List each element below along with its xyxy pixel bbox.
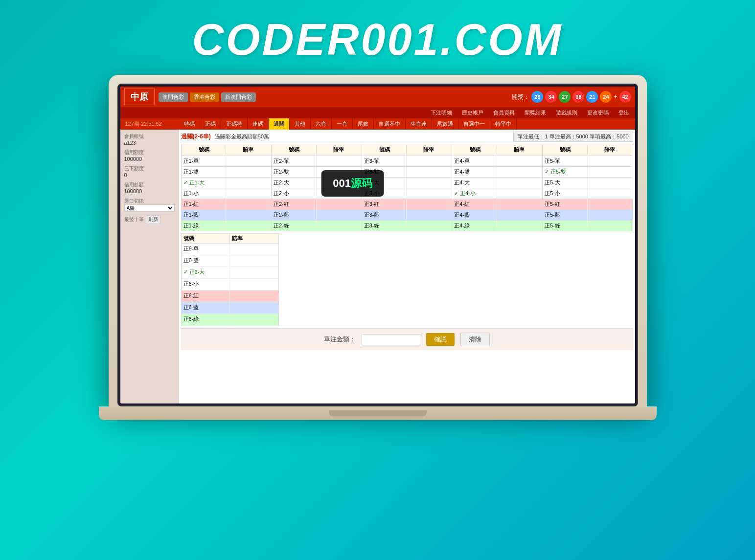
clear-button[interactable]: 清除 xyxy=(460,333,490,346)
nav-result[interactable]: 開獎結果 xyxy=(523,108,548,117)
app-logo: 中原 xyxy=(124,89,155,105)
bet-cell[interactable]: 正4-綠 xyxy=(452,221,543,231)
col6-row[interactable]: 正6-小 xyxy=(182,279,278,291)
desk-select[interactable]: A盤 B盤 xyxy=(124,204,175,212)
account-label: 會員帳號 xyxy=(124,133,175,140)
bet-cell[interactable]: 正5-小 xyxy=(542,188,633,199)
table-row: 正1-雙正2-雙正3-雙正4-雙✓ 正5-雙 xyxy=(181,167,633,178)
tab-bar: 澳門合彩 香港合彩 新澳門合彩 xyxy=(159,92,256,102)
overlay-green: 源码 xyxy=(351,177,372,189)
bet-cell[interactable]: ✓ 正5-雙 xyxy=(542,167,633,178)
col6-row[interactable]: 正6-單 xyxy=(182,244,278,255)
bet-cell[interactable]: 正2-藍 xyxy=(272,210,362,221)
col6-row[interactable]: 正6-紅 xyxy=(182,291,278,302)
bet-cell[interactable]: 正4-雙 xyxy=(452,167,543,178)
tab-special[interactable]: 特碼 xyxy=(179,118,200,130)
bet-cell[interactable]: 正2-紅 xyxy=(272,199,362,210)
content-header: 過關(2-6串) 過關彩金最高賠額50萬 單注最低：1 單注最高：5000 單項… xyxy=(181,132,633,142)
col6-row[interactable]: 正6-雙 xyxy=(182,255,278,267)
nav-history[interactable]: 歷史帳戶 xyxy=(460,108,485,117)
col6-row[interactable]: ✓ 正6-大 xyxy=(182,267,278,279)
bet-cell[interactable]: 正4-藍 xyxy=(452,210,543,221)
ball-21: 21 xyxy=(586,91,598,103)
table-row: 正1-藍正2-藍正3-藍正4-藍正5-藍 xyxy=(181,210,633,221)
overlay-badge: 001源码 xyxy=(321,170,384,197)
bet-cell[interactable]: 正4-大 xyxy=(452,178,543,188)
remain-value: 100000 xyxy=(124,188,175,194)
tab-selfno[interactable]: 自選不中 xyxy=(374,118,406,130)
bet-cell[interactable]: 正4-單 xyxy=(452,156,543,167)
bet-grid-container: 號碼 賠率 號碼 賠率 xyxy=(181,144,633,231)
bet-cell[interactable]: 正1-單 xyxy=(181,156,272,167)
nav-password[interactable]: 更改密碼 xyxy=(585,108,611,117)
bet-cell[interactable]: 正5-綠 xyxy=(542,221,633,231)
bet-cell[interactable]: ✓ 正4-小 xyxy=(452,188,543,199)
ball-42: 42 xyxy=(619,91,631,103)
amount-input[interactable] xyxy=(362,334,420,345)
tab-newmacau[interactable]: 新澳門合彩 xyxy=(221,92,256,102)
tab-selfone[interactable]: 自選中一 xyxy=(458,118,490,130)
col6-row[interactable]: 正6-綠 xyxy=(182,314,278,326)
laptop-outer: 中原 澳門合彩 香港合彩 新澳門合彩 開獎： 26 34 27 38 21 24… xyxy=(109,75,647,406)
credit-label: 信用額度 xyxy=(124,149,175,156)
credit-row: 信用額度 100000 xyxy=(122,148,177,164)
tab-tail[interactable]: 尾數 xyxy=(353,118,374,130)
content-wrapper: 號碼 賠率 號碼 賠率 xyxy=(181,144,633,326)
tab-hk[interactable]: 香港合彩 xyxy=(190,92,219,102)
bet-cell[interactable]: 正2-綠 xyxy=(272,221,362,231)
nav-rules[interactable]: 遊戲規則 xyxy=(554,108,579,117)
tab-6animal[interactable]: 六肖 xyxy=(311,118,332,130)
ball-27: 27 xyxy=(559,91,571,103)
credit-value: 100000 xyxy=(124,156,175,162)
separator: + xyxy=(614,93,617,100)
tab-combo[interactable]: 連碼 xyxy=(248,118,269,130)
tab-macau[interactable]: 澳門合彩 xyxy=(159,92,188,102)
tab-tailall[interactable]: 尾數通 xyxy=(432,118,458,130)
bet-cell[interactable]: 正3-單 xyxy=(362,156,452,167)
open-label: 開獎： xyxy=(512,93,529,101)
bet-cell[interactable]: ✓ 正1-大 xyxy=(181,178,272,188)
bet-cell[interactable]: 正1-綠 xyxy=(181,221,272,231)
tab-animalcombo[interactable]: 生肖連 xyxy=(406,118,432,130)
bet-cell[interactable]: 正1-藍 xyxy=(181,210,272,221)
app-header: 中原 澳門合彩 香港合彩 新澳門合彩 開獎： 26 34 27 38 21 24… xyxy=(120,87,635,107)
bet-cell[interactable]: 正3-紅 xyxy=(362,199,452,210)
tab-normal[interactable]: 正碼 xyxy=(200,118,221,130)
tab-normalspecial[interactable]: 正碼特 xyxy=(221,118,248,130)
bet-cell[interactable]: 正1-紅 xyxy=(181,199,272,210)
col6-odds-label: 賠率 xyxy=(230,234,278,243)
bet-cell[interactable]: 正3-藍 xyxy=(362,210,452,221)
table-row: 正1-小正2-小正3-小✓ 正4-小正5-小 xyxy=(181,188,633,199)
nav-logout[interactable]: 登出 xyxy=(617,108,631,117)
tab-pass[interactable]: 過關 xyxy=(269,118,290,130)
ball-26: 26 xyxy=(531,91,543,103)
nav-notice[interactable]: 下注明細 xyxy=(429,108,454,117)
remain-label: 信用餘額 xyxy=(124,181,175,188)
bet-cell[interactable]: 正5-大 xyxy=(542,178,633,188)
bet-cell[interactable]: 正5-紅 xyxy=(542,199,633,210)
col6-row[interactable]: 正6-藍 xyxy=(182,302,278,314)
bet-cell[interactable]: 正1-雙 xyxy=(181,167,272,178)
bet-cell[interactable]: 正1-小 xyxy=(181,188,272,199)
bet-cell[interactable]: 正4-紅 xyxy=(452,199,543,210)
remain-row: 信用餘額 100000 xyxy=(122,180,177,196)
bet-cell[interactable]: 正2-單 xyxy=(272,156,362,167)
col4-header: 號碼 賠率 xyxy=(452,144,543,156)
bet-cell[interactable]: 正3-綠 xyxy=(362,221,452,231)
tab-specialflat[interactable]: 特平中 xyxy=(490,118,517,130)
bet-tabs: 特碼 正碼 正碼特 連碼 過關 其他 六肖 一肖 尾數 自選不中 生肖連 尾數通… xyxy=(179,118,635,130)
tab-1animal[interactable]: 一肖 xyxy=(332,118,353,130)
col6-section: 號碼 賠率 正6-單正6-雙✓ 正6-大正6-小正6-紅正6-藍正6-綠 xyxy=(181,233,279,326)
refresh-button[interactable]: 刷新 xyxy=(146,215,160,224)
nav-profile[interactable]: 會員資料 xyxy=(491,108,517,117)
period-info: 127期 22:51:52 xyxy=(120,118,179,130)
table-row: 正1-綠正2-綠正3-綠正4-綠正5-綠 xyxy=(181,221,633,231)
confirm-button[interactable]: 確認 xyxy=(426,333,455,346)
bet-cell[interactable]: 正5-藍 xyxy=(542,210,633,221)
desk-row: 盤口切換 A盤 B盤 xyxy=(122,196,177,214)
account-row: 會員帳號 a123 xyxy=(122,132,177,148)
ball-38: 38 xyxy=(572,91,584,103)
bet-cell[interactable]: 正5-單 xyxy=(542,156,633,167)
tab-other[interactable]: 其他 xyxy=(290,118,311,130)
table-row: ✓ 正1-大正2-大正3-大正4-大正5-大 xyxy=(181,178,633,188)
